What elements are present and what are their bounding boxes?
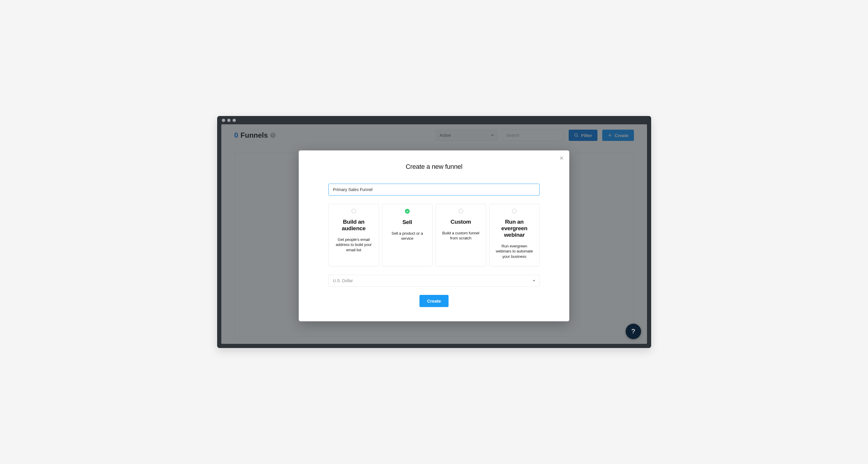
- option-desc: Sell a product or a service: [386, 231, 428, 241]
- currency-value: U.S. Dollar: [333, 278, 353, 283]
- option-sell[interactable]: Sell Sell a product or a service: [382, 204, 433, 267]
- option-title: Custom: [440, 219, 482, 225]
- option-webinar[interactable]: Run an evergreen webinar Run evergreen w…: [489, 204, 540, 267]
- option-title: Sell: [386, 219, 428, 225]
- radio-icon: [351, 209, 356, 213]
- funnel-type-options: Build an audience Get people's email add…: [329, 204, 539, 267]
- option-desc: Run evergreen webinars to automate your …: [494, 244, 535, 259]
- modal-body: Build an audience Get people's email add…: [299, 171, 569, 307]
- option-desc: Build a custom funnel from scratch: [440, 230, 482, 241]
- option-title: Run an evergreen webinar: [494, 219, 535, 238]
- maximize-window-icon[interactable]: [232, 119, 236, 122]
- funnel-name-input[interactable]: [329, 184, 539, 195]
- modal-title: Create a new funnel: [299, 163, 569, 171]
- caret-down-icon: [533, 280, 535, 282]
- radio-checked-icon: [405, 209, 410, 214]
- minimize-window-icon[interactable]: [227, 119, 230, 122]
- title-bar: [217, 116, 651, 124]
- option-custom[interactable]: Custom Build a custom funnel from scratc…: [435, 204, 486, 267]
- create-funnel-modal: Create a new funnel Build an audience Ge…: [299, 150, 569, 321]
- option-title: Build an audience: [333, 219, 375, 232]
- help-fab-button[interactable]: ?: [626, 324, 641, 339]
- question-icon: ?: [631, 328, 635, 335]
- radio-icon: [512, 209, 517, 213]
- submit-create-button[interactable]: Create: [420, 295, 449, 307]
- close-icon: [559, 156, 564, 160]
- browser-window: 0 Funnels ? Active Filter: [217, 116, 651, 348]
- option-desc: Get people's email address to build your…: [333, 237, 375, 253]
- close-window-icon[interactable]: [222, 119, 225, 122]
- check-icon: [406, 210, 409, 213]
- currency-select[interactable]: U.S. Dollar: [329, 275, 539, 286]
- option-build-audience[interactable]: Build an audience Get people's email add…: [329, 204, 379, 267]
- radio-icon: [459, 209, 463, 213]
- close-modal-button[interactable]: [559, 155, 564, 162]
